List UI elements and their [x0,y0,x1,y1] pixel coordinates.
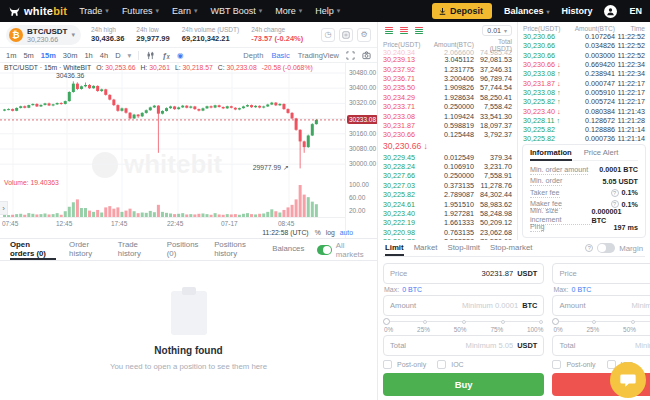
menu-item-help[interactable]: Help▾ [315,6,340,16]
slider-dot[interactable] [462,320,466,324]
trade-row[interactable]: 30,225.820.12888611:21:14 [518,125,650,134]
bid-row[interactable]: 30,220.980.76313523,062.68 [378,228,517,237]
order-type-market[interactable]: Market [414,240,438,256]
percent-label-75[interactable]: 75% [490,326,503,333]
ask-row-partial[interactable]: 30,240.342.06660074,985.42 [378,50,517,55]
timeframe-more-dropdown[interactable]: ▾ [128,51,132,60]
trade-row[interactable]: 30,233.08 ↑0.00591011:22:17 [518,88,650,97]
scale-option-auto[interactable]: auto [340,229,353,236]
all-markets-toggle[interactable] [317,245,332,255]
bid-row[interactable]: 30,223.401.92728158,248.98 [378,209,517,218]
pair-selector[interactable]: ₿ BTC/USDT 30,230.66 ▾ [6,25,81,45]
ask-row[interactable]: 30,236.713.20040696,789.74 [378,74,517,83]
refresh-target-icon[interactable]: ◉ [177,51,184,60]
buy-price-field[interactable]: Price USDT [383,263,544,284]
info-tab-information[interactable]: Information [530,148,572,157]
candle-style-icon[interactable] [146,51,155,60]
timeframe-5m[interactable]: 5m [23,51,33,60]
buy-amount-slider[interactable] [386,318,541,325]
ask-row[interactable]: 30,233.710.2500007,558.42 [378,102,517,111]
slider-dot[interactable] [501,320,505,324]
history-link[interactable]: History [561,6,592,16]
slider-dot[interactable] [539,320,543,324]
ask-row[interactable]: 30,239.133.04511292,081.53 [378,55,517,64]
buy-amount-input[interactable] [420,301,518,310]
orders-tab-open-orders-0-[interactable]: Open orders (0) [10,239,56,260]
trade-row[interactable]: 30,225.820.00073611:21:14 [518,134,650,142]
orders-tab-order-history[interactable]: Order history [69,239,105,260]
order-type-stop-market[interactable]: Stop-market [490,240,532,256]
percent-label-50[interactable]: 50% [623,326,636,333]
buy-amount-field[interactable]: Amount BTC [383,295,544,316]
slider-dot[interactable] [631,320,635,324]
help-circle-icon[interactable]: ? [585,244,593,252]
sell-post-only-checkbox[interactable] [552,360,561,369]
profile-avatar-icon[interactable] [604,5,617,18]
view-tab-depth[interactable]: Depth [243,51,263,60]
percent-label-100[interactable]: 100% [527,326,543,333]
orders-tab-trade-history[interactable]: Trade history [118,239,154,260]
sell-amount-field[interactable]: Amount BTC [552,295,650,316]
fullscreen-icon[interactable] [346,51,355,60]
bid-row[interactable]: 30,228.240.1069103,231.70 [378,162,517,171]
trade-row[interactable]: 30,230.660.00300011:22:52 [518,51,650,60]
timeframe-1m[interactable]: 1m [6,51,16,60]
buy-total-field[interactable]: Total USDT [383,335,544,356]
timeframe-15m[interactable]: 15m [41,51,56,60]
menu-item-futures[interactable]: Futures▾ [122,6,159,16]
order-type-limit[interactable]: Limit [385,240,404,256]
view-tab-tradingview[interactable]: TradingView [298,51,339,60]
ask-row[interactable]: 30,233.081.10942433,541.30 [378,111,517,120]
info-tab-price-alert[interactable]: Price Alert [584,148,619,157]
buy-max-link[interactable]: 0 BTC [402,286,422,293]
slider-handle[interactable] [552,318,559,325]
ask-row[interactable]: 30,231.870.59881918,097.37 [378,121,517,130]
timeframe-1h[interactable]: 1h [84,51,92,60]
timeframe-D[interactable]: D [115,51,120,60]
menu-item-more[interactable]: More▾ [275,6,302,16]
order-type-stop-limit[interactable]: Stop-limit [447,240,480,256]
timeframe-4h[interactable]: 4h [100,51,108,60]
orderbook-mode-asks-icon[interactable] [398,25,410,36]
sell-max-link[interactable]: 0 BTC [572,286,592,293]
whitebit-logo[interactable]: whitebit [8,5,67,18]
sell-total-field[interactable]: Total USDT [552,335,650,356]
buy-post-only-checkbox[interactable] [383,360,392,369]
help-circle-icon[interactable]: ? [611,189,619,197]
orderbook-last-price[interactable]: 30,230.66 ↓ [378,140,517,153]
bid-row[interactable]: 30,227.030.37313511,278.76 [378,181,517,190]
trade-row[interactable]: 30,231.87 ↓0.00074711:22:17 [518,78,650,87]
view-tab-basic[interactable]: Basic [271,51,289,60]
scale-option-pct[interactable]: % [315,229,321,236]
bid-row[interactable]: 30,224.611.95151058,983.62 [378,199,517,208]
margin-toggle[interactable] [597,243,615,253]
ask-row[interactable]: 30,235.501.90982657,744.54 [378,83,517,92]
slider-dot[interactable] [423,320,427,324]
chart-panel-expand-button[interactable]: › [0,201,8,215]
menu-item-trade[interactable]: Trade▾ [79,6,109,16]
percent-label-25[interactable]: 25% [417,326,430,333]
buy-button[interactable]: Buy [383,373,544,396]
sell-total-input[interactable] [579,341,650,350]
settings-gear-icon[interactable]: ⚙ [357,28,371,42]
screenshot-camera-icon[interactable] [362,51,371,60]
trade-row[interactable]: 30,230.660.10726411:22:52 [518,32,650,41]
bid-row[interactable]: 30,229.450.012549379.34 [378,153,517,162]
orders-tab-positions-0-[interactable]: Positions (0) [167,239,201,260]
percent-label-0[interactable]: 0% [553,326,562,333]
balances-menu[interactable]: Balances▾ [504,6,550,16]
bid-row[interactable]: 30,227.660.2500007,558.91 [378,171,517,180]
slider-handle[interactable] [383,318,390,325]
orders-tab-balances[interactable]: Balances [272,239,304,260]
trade-row[interactable]: 30,233.08 ↑0.23894111:22:34 [518,69,650,78]
sell-price-field[interactable]: Price USDT [552,263,650,284]
indicators-fx-icon[interactable]: ƒₓ [162,51,170,60]
candlestick-chart[interactable]: whitebit BTC/USDT · 15m · WhiteBITO: 30,… [0,63,377,239]
ask-row[interactable]: 30,237.921.23177537,246.31 [378,64,517,73]
buy-ioc-checkbox[interactable] [437,360,446,369]
sell-amount-input[interactable] [590,301,650,310]
trade-row[interactable]: 30,223.40 ↓0.08038411:21:43 [518,106,650,115]
support-chat-button[interactable] [610,362,646,398]
trade-row[interactable]: 30,230.660.03482611:22:52 [518,41,650,50]
slider-dot[interactable] [592,320,596,324]
